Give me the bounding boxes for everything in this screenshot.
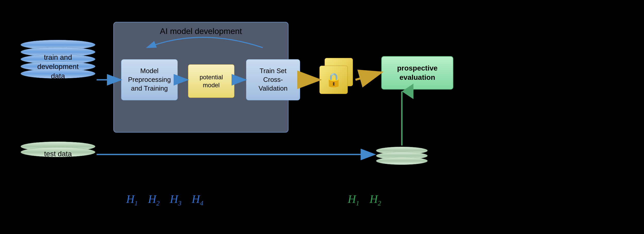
train-data-label: train anddevelopmentdata [21, 53, 95, 81]
h1-blue: H1 [126, 193, 138, 207]
potential-model-label: potentialmodel [200, 73, 223, 89]
hypothesis-labels-blue: H1 H2 H3 H4 [126, 193, 203, 207]
train-cv-label: Train SetCross-Validation [259, 67, 287, 93]
lock-icon-front: 🔒 [325, 72, 342, 88]
diagram-container: train anddevelopmentdata test data(prosp… [0, 0, 644, 234]
svg-line-8 [355, 73, 380, 80]
test-data-label: test data(prospective) [21, 149, 95, 168]
h2-green: H2 [370, 193, 381, 207]
h3-blue: H3 [170, 193, 182, 207]
model-preprocessing-box: ModelPreprocessingand Training [121, 59, 178, 100]
prospective-eval-box: prospectiveevaluation [381, 56, 453, 90]
ai-dev-title: AI model development [114, 22, 288, 36]
locked-model-group: 🔒 🔒 [319, 58, 353, 104]
arrows-svg [0, 0, 644, 234]
h4-blue: H4 [192, 193, 203, 207]
hypothesis-labels-green: H1 H2 [348, 193, 381, 207]
h2-blue: H2 [148, 193, 160, 207]
lock-box-front: 🔒 [319, 66, 348, 94]
prosp-eval-label: prospectiveevaluation [397, 64, 437, 82]
model-preproc-label: ModelPreprocessingand Training [128, 67, 171, 93]
potential-model-box: potentialmodel [188, 64, 234, 98]
right-disk-3 [376, 157, 428, 165]
train-cv-box: Train SetCross-Validation [246, 59, 300, 100]
h1-green: H1 [348, 193, 359, 207]
